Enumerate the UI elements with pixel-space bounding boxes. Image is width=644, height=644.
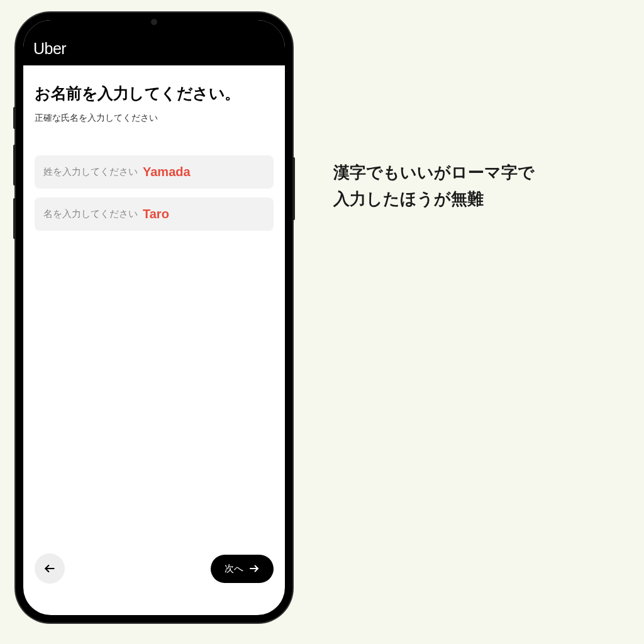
arrow-right-icon xyxy=(248,563,260,574)
lastname-value: Yamada xyxy=(143,165,191,179)
phone-notch xyxy=(110,13,198,31)
uber-logo: Uber xyxy=(33,40,66,58)
firstname-placeholder: 名を入力してください xyxy=(43,208,143,220)
phone-frame: Uber お名前を入力してください。 正確な氏名を入力してください 姓を入力して… xyxy=(16,13,292,623)
footer-nav: 次へ xyxy=(23,553,285,615)
page-title: お名前を入力してください。 xyxy=(35,83,274,104)
phone-volume-up xyxy=(13,145,16,186)
phone-camera-dot xyxy=(151,19,157,25)
arrow-left-icon xyxy=(43,562,56,575)
page-subtitle: 正確な氏名を入力してください xyxy=(35,113,274,124)
back-button[interactable] xyxy=(35,553,65,584)
phone-volume-down xyxy=(13,198,16,239)
annotation-text: 漢字でもいいがローマ字で 入力したほうが無難 xyxy=(333,160,535,212)
firstname-input[interactable]: 名を入力してください Taro xyxy=(35,197,274,231)
phone-side-button xyxy=(13,107,16,129)
lastname-placeholder: 姓を入力してください xyxy=(43,166,143,178)
next-button[interactable]: 次へ xyxy=(211,555,274,583)
firstname-value: Taro xyxy=(143,207,169,221)
phone-power-button xyxy=(292,157,295,220)
lastname-input[interactable]: 姓を入力してください Yamada xyxy=(35,155,274,189)
next-button-label: 次へ xyxy=(225,563,243,575)
phone-screen: Uber お名前を入力してください。 正確な氏名を入力してください 姓を入力して… xyxy=(23,20,285,615)
content-area: お名前を入力してください。 正確な氏名を入力してください 姓を入力してください … xyxy=(23,65,285,553)
